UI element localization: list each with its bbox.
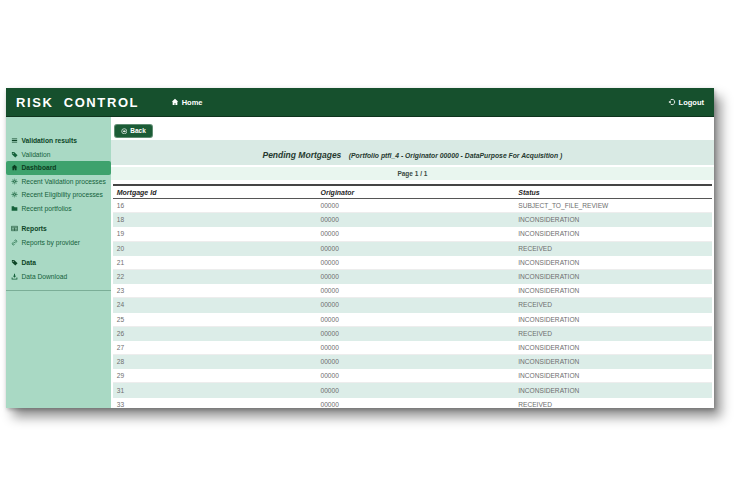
mortgage-id-cell: 23 [113,284,317,298]
originator-cell: 00000 [317,298,515,312]
page-title-bar: Pending Mortgages (Portfolio ptfl_4 - Or… [111,140,714,165]
folder-icon [11,205,18,212]
originator-cell: 00000 [317,213,515,227]
mortgage-id-cell: 25 [113,312,317,326]
sidebar-item-validation[interactable]: Validation [6,148,111,162]
status-cell: INCONSIDERATION [514,383,712,397]
logout-icon [668,98,676,106]
status-cell: INCONSIDERATION [514,269,712,283]
table-row: 3100000INCONSIDERATION [113,383,712,397]
originator-cell: 00000 [317,241,515,255]
table-header-row: Mortgage Id Originator Status [113,185,712,199]
table-row: 2400000RECEIVED [113,298,712,312]
tag-icon [11,151,18,158]
mortgage-id-cell: 24 [113,298,317,312]
status-cell: RECEIVED [514,241,712,255]
sidebar-item-reports-by-provider[interactable]: Reports by provider [6,236,111,250]
sidebar-item-label: Reports [22,225,47,232]
originator-cell: 00000 [317,312,515,326]
content-area: Back Pending Mortgages (Portfolio ptfl_4… [111,117,714,408]
mortgage-id-cell: 22 [113,269,317,283]
sidebar-item-recent-portfolios[interactable]: Recent portfolios [6,202,111,216]
link-icon [11,239,18,246]
sidebar-item-reports[interactable]: Reports [6,222,111,236]
download-icon [11,273,18,280]
top-navbar: RISK CONTROL Home Logout [6,88,714,117]
sidebar-item-recent-validation-processes[interactable]: Recent Validation processes [6,175,111,189]
table-row: 2000000RECEIVED [113,241,712,255]
sidebar-item-label: Reports by provider [22,239,80,246]
main-area: Validation resultsValidationDashboardRec… [6,117,714,408]
table-row: 2300000INCONSIDERATION [113,284,712,298]
status-cell: INCONSIDERATION [514,255,712,269]
nav-home-label: Home [182,98,203,107]
status-cell: INCONSIDERATION [514,312,712,326]
mortgage-id-cell: 28 [113,355,317,369]
sidebar-item-label: Recent portfolios [22,205,72,212]
home-icon [11,164,18,171]
logout-button[interactable]: Logout [668,98,704,107]
status-cell: INCONSIDERATION [514,340,712,354]
mortgage-id-cell: 21 [113,255,317,269]
back-button[interactable]: Back [114,124,153,138]
sidebar-item-validation-results[interactable]: Validation results [6,134,111,148]
originator-cell: 00000 [317,284,515,298]
page-title: Pending Mortgages [262,150,341,160]
status-cell: SUBJECT_TO_FILE_REVIEW [514,199,712,213]
back-button-label: Back [130,127,146,134]
sidebar-item-recent-eligibility-processes[interactable]: Recent Eligibility processes [6,188,111,202]
table-row: 1900000INCONSIDERATION [113,227,712,241]
column-header-originator: Originator [317,185,515,199]
mortgage-id-cell: 26 [113,326,317,340]
originator-cell: 00000 [317,326,515,340]
sidebar-item-label: Recent Validation processes [22,178,106,185]
sidebar-group: Validation resultsValidationDashboardRec… [6,134,111,215]
mortgage-id-cell: 27 [113,340,317,354]
table-row: 2500000INCONSIDERATION [113,312,712,326]
originator-cell: 00000 [317,340,515,354]
sidebar-item-data-download[interactable]: Data Download [6,270,111,284]
mortgage-id-cell: 31 [113,383,317,397]
originator-cell: 00000 [317,355,515,369]
tag-icon [11,259,18,266]
sidebar-item-dashboard[interactable]: Dashboard [6,161,111,175]
status-cell: RECEIVED [514,326,712,340]
table-row: 1600000SUBJECT_TO_FILE_REVIEW [113,199,712,213]
column-header-status: Status [514,185,712,199]
mortgages-table-wrap: Mortgage Id Originator Status 1600000SUB… [113,184,712,408]
page-subtitle: (Portfolio ptfl_4 - Originator 00000 - D… [349,152,563,159]
status-cell: INCONSIDERATION [514,355,712,369]
mortgage-id-cell: 33 [113,397,317,408]
table-row: 2100000INCONSIDERATION [113,255,712,269]
sidebar-group: ReportsReports by provider [6,222,111,249]
back-row: Back [111,117,714,140]
mortgage-id-cell: 18 [113,213,317,227]
originator-cell: 00000 [317,369,515,383]
originator-cell: 00000 [317,255,515,269]
mortgages-table: Mortgage Id Originator Status 1600000SUB… [113,184,712,408]
originator-cell: 00000 [317,269,515,283]
status-cell: RECEIVED [514,397,712,408]
gears-icon [11,191,18,198]
sidebar-group: DataData Download [6,256,111,283]
sidebar-item-label: Data [22,259,37,266]
app-window: RISK CONTROL Home Logout Validation resu… [6,88,714,408]
table-row: 2800000INCONSIDERATION [113,355,712,369]
menu-icon [11,137,18,144]
sidebar-divider [6,290,111,291]
logout-label: Logout [679,98,704,107]
nav-home[interactable]: Home [171,98,202,107]
gears-icon [11,178,18,185]
page: RISK CONTROL Home Logout Validation resu… [0,0,737,500]
sidebar-item-label: Validation [22,151,51,158]
app-logo: RISK CONTROL [16,95,139,110]
sidebar: Validation resultsValidationDashboardRec… [6,117,111,408]
originator-cell: 00000 [317,199,515,213]
table-row: 2200000INCONSIDERATION [113,269,712,283]
sidebar-item-label: Dashboard [22,164,57,171]
mortgage-id-cell: 20 [113,241,317,255]
home-icon [171,98,179,106]
mortgage-id-cell: 19 [113,227,317,241]
sidebar-item-data[interactable]: Data [6,256,111,270]
originator-cell: 00000 [317,383,515,397]
